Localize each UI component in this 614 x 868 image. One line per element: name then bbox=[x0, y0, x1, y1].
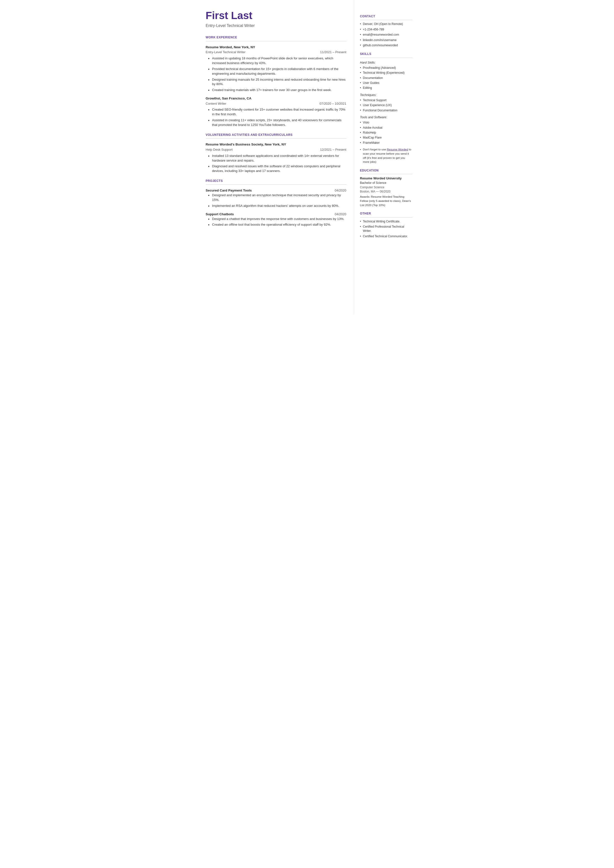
work-experience-title: WORK EXPERIENCE bbox=[206, 36, 346, 41]
promo-note: Don't forget to use Resume Worded to sca… bbox=[360, 148, 412, 164]
job-1-date: 11/2021 – Present bbox=[320, 50, 346, 55]
skills-list-0: Proofreading (Advanced) Technical Writin… bbox=[360, 66, 412, 90]
education-title: EDUCATION bbox=[360, 169, 412, 174]
vol-1-header: Resume Worded's Business Society, New Yo… bbox=[206, 142, 346, 147]
bullet-item: Implemented an RSA algorithm that reduce… bbox=[208, 203, 346, 208]
contact-title: CONTACT bbox=[360, 14, 412, 20]
vol-1-date: 12/2021 – Present bbox=[320, 148, 346, 152]
project-1-bullets: Designed and implemented an encryption t… bbox=[208, 193, 346, 208]
job-2-bullets: Created SEO-friendly content for 15+ cus… bbox=[208, 107, 346, 127]
edu-school: Resume Worded University bbox=[360, 176, 412, 181]
project-1-date: 04/2020 bbox=[335, 188, 346, 193]
bullet-item: Provided technical documentation for 15+… bbox=[208, 67, 346, 76]
skills-cat-2: Tools and Software: bbox=[360, 115, 412, 120]
promo-link[interactable]: Resume Worded bbox=[387, 148, 408, 151]
bullet-item: Designed a chatbot that improves the res… bbox=[208, 217, 346, 222]
bullet-item: Designed and implemented an encryption t… bbox=[208, 193, 346, 202]
other-title: OTHER bbox=[360, 211, 412, 217]
vol-1-role: Help Desk Support bbox=[206, 148, 233, 152]
edu-degree: Bachelor of Science bbox=[360, 181, 412, 185]
bullet-item: Designed training manuals for 25 incomin… bbox=[208, 78, 346, 87]
skill-item: User Experience (UX) bbox=[360, 103, 412, 107]
skill-item: MadCap Flare bbox=[360, 136, 412, 140]
skills-title: SKILLS bbox=[360, 52, 412, 57]
vol-1-bullets: Installed 13 standard software applicati… bbox=[208, 154, 346, 174]
contact-item: email@resumeworded.com bbox=[360, 33, 412, 37]
left-column: First Last Entry-Level Technical Writer … bbox=[196, 0, 354, 314]
other-list: Technical Writing Certificate. Certified… bbox=[360, 219, 412, 239]
skill-item: RoboHelp bbox=[360, 130, 412, 135]
skill-item: Functional Documentation bbox=[360, 109, 412, 113]
bullet-item: Assisted in updating 18 months of PowerP… bbox=[208, 56, 346, 65]
bullet-item: Created an offline tool that boosts the … bbox=[208, 222, 346, 227]
project-2-date: 04/2020 bbox=[335, 212, 346, 217]
job-2-role: Content Writer bbox=[206, 101, 226, 106]
skill-item: Editing bbox=[360, 86, 412, 90]
job-1-company: Resume Worded, New York, NY bbox=[206, 45, 255, 50]
bullet-item: Assisted in creating 11+ video scripts, … bbox=[208, 118, 346, 127]
bullet-item: Created training materials with 17+ trai… bbox=[208, 88, 346, 93]
other-item: Certified Technical Communicator. bbox=[360, 234, 412, 239]
job-1-role-date: Entry-Level Technical Writer 11/2021 – P… bbox=[206, 50, 346, 55]
candidate-name: First Last bbox=[206, 10, 346, 21]
contact-item: linkedin.com/in/username bbox=[360, 38, 412, 42]
skill-item: Technical Support bbox=[360, 98, 412, 102]
bullet-item: Installed 13 standard software applicati… bbox=[208, 154, 346, 163]
contact-item: github.com/resumeworded bbox=[360, 43, 412, 48]
other-item: Certified Professional Technical Writer. bbox=[360, 225, 412, 233]
project-1-name: Secured Card Payment Tools bbox=[206, 188, 252, 193]
vol-1-company: Resume Worded's Business Society, New Yo… bbox=[206, 142, 286, 147]
skill-item: Technical Writing (Experienced) bbox=[360, 71, 412, 75]
skill-item: Proofreading (Advanced) bbox=[360, 66, 412, 70]
right-column: CONTACT Denver, OH (Open to Remote) +1-2… bbox=[354, 0, 419, 314]
skill-item: Documentation bbox=[360, 76, 412, 80]
skill-item: Visio bbox=[360, 121, 412, 125]
project-2-header: Support Chatbots 04/2020 bbox=[206, 212, 346, 217]
job-2-header: Growthsi, San Francisco, CA bbox=[206, 96, 346, 101]
edu-location-date: Boston, MA — 06/2020 bbox=[360, 189, 412, 194]
contact-item: Denver, OH (Open to Remote) bbox=[360, 22, 412, 26]
contact-item: +1-234-456-789 bbox=[360, 28, 412, 32]
bullet-item: Created SEO-friendly content for 15+ cus… bbox=[208, 107, 346, 117]
edu-awards: Awards: Resume Worded Teaching Fellow (o… bbox=[360, 195, 412, 207]
skill-item: User Guides bbox=[360, 81, 412, 85]
skills-list-1: Technical Support User Experience (UX) F… bbox=[360, 98, 412, 113]
job-2-date: 07/2020 – 10/2021 bbox=[319, 101, 346, 106]
project-2-name: Support Chatbots bbox=[206, 212, 234, 217]
bullet-item: Diagnosed and resolved issues with the s… bbox=[208, 164, 346, 174]
job-1-bullets: Assisted in updating 18 months of PowerP… bbox=[208, 56, 346, 93]
skills-list-2: Visio Adobe Acrobat RoboHelp MadCap Flar… bbox=[360, 121, 412, 145]
skill-item: Adobe Acrobat bbox=[360, 126, 412, 130]
job-2-company: Growthsi, San Francisco, CA bbox=[206, 96, 251, 101]
volunteering-title: VOLUNTEERING ACTIVITIES AND EXTRACURRICU… bbox=[206, 133, 346, 138]
other-item: Technical Writing Certificate. bbox=[360, 219, 412, 224]
job-1-role: Entry-Level Technical Writer bbox=[206, 50, 245, 55]
projects-title: PROJECTS bbox=[206, 179, 346, 185]
resume-page: First Last Entry-Level Technical Writer … bbox=[196, 0, 419, 314]
job-2-role-date: Content Writer 07/2020 – 10/2021 bbox=[206, 101, 346, 106]
edu-entry-0: Resume Worded University Bachelor of Sci… bbox=[360, 176, 412, 207]
project-1-header: Secured Card Payment Tools 04/2020 bbox=[206, 188, 346, 193]
edu-field: Computer Science bbox=[360, 185, 412, 189]
project-2-bullets: Designed a chatbot that improves the res… bbox=[208, 217, 346, 227]
skill-item: FrameMaker bbox=[360, 141, 412, 145]
candidate-subtitle: Entry-Level Technical Writer bbox=[206, 23, 346, 28]
job-1-header: Resume Worded, New York, NY bbox=[206, 45, 346, 50]
skills-cat-1: Techniques: bbox=[360, 93, 412, 97]
contact-list: Denver, OH (Open to Remote) +1-234-456-7… bbox=[360, 22, 412, 48]
skills-cat-0: Hard Skills: bbox=[360, 61, 412, 65]
vol-1-role-date: Help Desk Support 12/2021 – Present bbox=[206, 148, 346, 152]
